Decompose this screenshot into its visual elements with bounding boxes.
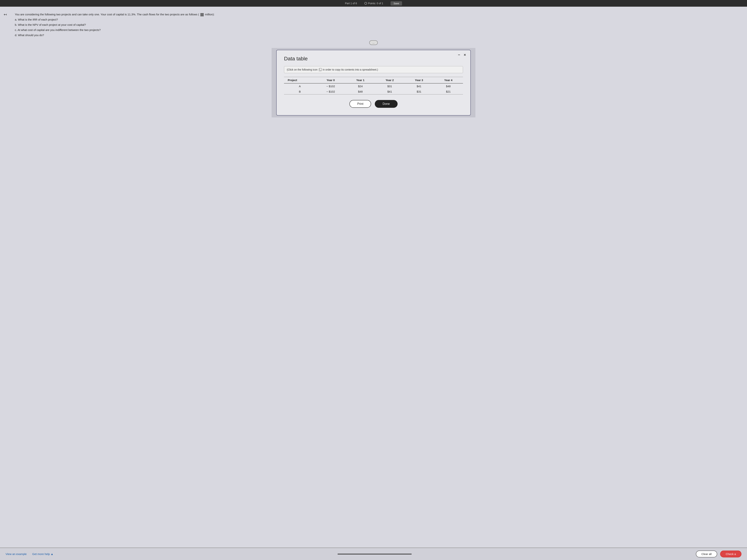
- table-cell: $48: [434, 83, 463, 89]
- table-cell: $21: [434, 89, 463, 95]
- col-header-year2: Year 2: [375, 77, 404, 83]
- table-cell: $31: [404, 89, 434, 95]
- get-more-help-link[interactable]: Get more help ▲: [32, 553, 53, 556]
- check-answer-button[interactable]: Check a: [720, 551, 742, 557]
- table-cell: B: [284, 89, 316, 95]
- table-header-row: Project Year 0 Year 1 Year 2 Year 3 Year…: [284, 77, 463, 83]
- copy-icon[interactable]: [319, 69, 321, 71]
- more-button[interactable]: ...: [369, 41, 378, 45]
- table-row: B− $102$48$41$31$21: [284, 89, 463, 95]
- modal-buttons: Print Done: [284, 100, 463, 108]
- modal-controls: − ×: [457, 53, 467, 57]
- more-divider: ...: [5, 41, 742, 45]
- table-cell: A: [284, 83, 316, 89]
- bottom-left: View an example Get more help ▲: [5, 553, 53, 556]
- col-header-project: Project: [284, 77, 316, 83]
- question-part-a: a. What is the IRR of each project?: [15, 18, 218, 22]
- modal-instruction: (Click on the following icon in order to…: [284, 66, 463, 73]
- table-cell: $41: [404, 83, 434, 89]
- col-header-year1: Year 1: [346, 77, 375, 83]
- bottom-divider: [338, 554, 412, 555]
- col-header-year3: Year 3: [404, 77, 434, 83]
- col-header-year0: Year 0: [316, 77, 346, 83]
- question-text: You are considering the following two pr…: [15, 12, 218, 37]
- bottom-right: Clear all Check a: [696, 551, 742, 557]
- points-circle-icon: [364, 2, 367, 5]
- modal-overlay: − × Data table (Click on the following i…: [272, 48, 475, 117]
- top-bar: Part 1 of 6 Points: 0 of 1 Save: [0, 0, 747, 7]
- points-label: Points: 0 of 1: [368, 2, 383, 5]
- table-cell: $41: [375, 89, 404, 95]
- done-button[interactable]: Done: [375, 100, 397, 108]
- part-label: Part 1 of 6: [345, 2, 357, 5]
- grid-icon: [201, 13, 204, 16]
- bottom-bar: View an example Get more help ▲ Clear al…: [0, 548, 747, 560]
- table-cell: $48: [346, 89, 375, 95]
- view-example-link[interactable]: View an example: [5, 553, 27, 556]
- table-cell: − $102: [316, 89, 346, 95]
- modal-minimize-button[interactable]: −: [457, 53, 461, 57]
- question-part-d: d. What should you do?: [15, 33, 218, 37]
- table-cell: $24: [346, 83, 375, 89]
- main-content: ↤ You are considering the following two …: [0, 7, 747, 560]
- question-part-c: c. At what cost of capital are you indif…: [15, 28, 218, 32]
- table-cell: − $102: [316, 83, 346, 89]
- save-button[interactable]: Save: [390, 1, 402, 5]
- points-section: Points: 0 of 1: [364, 2, 383, 5]
- data-table: Project Year 0 Year 1 Year 2 Year 3 Year…: [284, 77, 463, 95]
- print-button[interactable]: Print: [350, 100, 371, 108]
- clear-all-button[interactable]: Clear all: [696, 551, 717, 557]
- table-row: A− $102$24$31$41$48: [284, 83, 463, 89]
- data-table-modal: − × Data table (Click on the following i…: [276, 50, 471, 115]
- modal-title: Data table: [284, 56, 463, 62]
- modal-close-button[interactable]: ×: [463, 53, 467, 57]
- question-part-b: b. What is the NPV of each project at yo…: [15, 23, 218, 27]
- question-intro: You are considering the following two pr…: [15, 13, 214, 16]
- col-header-year4: Year 4: [434, 77, 463, 83]
- table-cell: $31: [375, 83, 404, 89]
- back-button[interactable]: ↤: [4, 12, 7, 17]
